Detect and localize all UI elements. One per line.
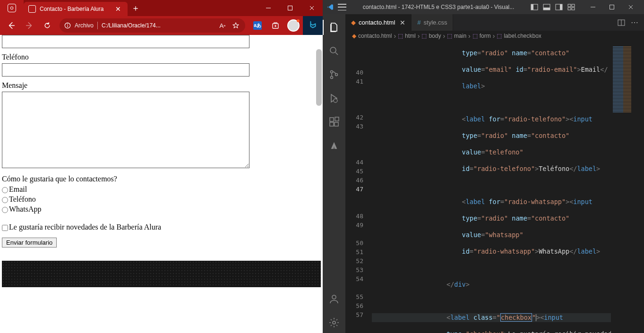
split-editor-icon[interactable] (618, 19, 625, 26)
line-number-gutter: 40 41 42 43 44 45 46 47 (345, 41, 372, 333)
svg-rect-25 (610, 5, 614, 9)
page-body: Teléfono Mensaje Cómo le gustaria que lo… (0, 35, 323, 287)
svg-point-33 (334, 99, 337, 102)
minimize-button[interactable] (258, 0, 279, 16)
tab-style-css[interactable]: # style.css (412, 14, 453, 31)
vsc-maximize-button[interactable] (602, 0, 621, 14)
address-bar[interactable]: Archivo C:/Lliliana/Oracle/174... A» (60, 18, 245, 33)
svg-point-28 (330, 47, 336, 53)
atlassian-icon[interactable] (323, 135, 345, 156)
newsletter-checkbox-line[interactable]: Le gustaría recibir novedades de la Barb… (2, 223, 321, 231)
code-editor[interactable]: type="radio" name="contacto" value="emai… (372, 41, 644, 333)
collections-icon[interactable] (267, 18, 284, 33)
settings-gear-icon[interactable] (323, 312, 345, 333)
tab-title: Contacto - Barbería Alura (40, 6, 110, 12)
mensaje-label: Mensaje (2, 81, 321, 90)
radio-whatsapp[interactable] (2, 207, 8, 213)
svg-point-31 (331, 77, 333, 79)
layout-panel-right-icon[interactable] (555, 4, 563, 10)
radio-option-whatsapp[interactable]: WhatsApp (2, 205, 321, 213)
vsc-minimize-button[interactable] (584, 0, 602, 14)
svg-line-29 (335, 52, 338, 55)
source-control-icon[interactable] (323, 64, 345, 85)
mensaje-textarea[interactable] (2, 92, 249, 168)
crumb[interactable]: label.checkbox (504, 33, 541, 39)
separator (97, 22, 98, 29)
radio-telefono[interactable] (2, 197, 8, 203)
submit-button[interactable]: Enviar formulario (2, 238, 57, 248)
radio-telefono-label: Teléfono (9, 195, 36, 203)
svg-rect-19 (560, 4, 562, 10)
html-file-icon: ◆ (351, 19, 356, 26)
svg-rect-15 (531, 4, 533, 10)
tab-more-icon[interactable]: ⋯ (631, 18, 639, 27)
url-text: C:/Lliliana/Oracle/174... (102, 22, 214, 29)
newsletter-label: Le gustaría recibir novedades de la Barb… (9, 223, 161, 231)
radio-whatsapp-label: WhatsApp (9, 205, 41, 213)
email-field[interactable] (2, 35, 249, 48)
page-footer (2, 261, 321, 287)
close-window-button[interactable] (301, 0, 323, 16)
window-title: contacto.html - 1742-HTML5 e CSS3 parte1… (350, 4, 527, 10)
refresh-button[interactable] (39, 18, 56, 33)
svg-rect-22 (568, 8, 571, 10)
newsletter-checkbox[interactable] (2, 225, 8, 231)
crumb[interactable]: main (454, 33, 466, 39)
tab-contacto-html[interactable]: ◆ contacto.html ✕ (345, 14, 412, 31)
extensions-icon[interactable] (323, 111, 345, 132)
new-tab-button[interactable]: ＋ (128, 0, 144, 16)
bing-copilot-button[interactable] (303, 16, 323, 35)
vscode-logo-icon (326, 3, 334, 11)
app-menu-button[interactable] (338, 4, 346, 10)
favorites-icon[interactable] (231, 21, 240, 30)
svg-rect-35 (330, 122, 334, 126)
svg-rect-23 (572, 8, 575, 10)
scrollbar-thumb[interactable] (316, 49, 322, 106)
crumb[interactable]: contacto.html (358, 33, 392, 39)
edge-workspace-icon[interactable] (8, 4, 16, 12)
crumb[interactable]: body (429, 33, 441, 39)
radio-email[interactable] (2, 187, 8, 193)
run-debug-icon[interactable] (323, 88, 345, 109)
back-button[interactable] (3, 18, 20, 33)
radio-email-label: Email (9, 185, 27, 193)
contact-question: Cómo le gustaria que lo contactemos? (2, 175, 321, 183)
svg-rect-17 (543, 8, 550, 10)
svg-point-38 (332, 295, 336, 299)
svg-rect-21 (572, 4, 575, 7)
maximize-button[interactable] (279, 0, 301, 16)
vsc-close-button[interactable] (621, 0, 640, 14)
svg-point-30 (331, 71, 333, 73)
forward-button[interactable] (21, 18, 38, 33)
radio-option-telefono[interactable]: Teléfono (2, 195, 321, 204)
search-icon[interactable] (323, 41, 345, 61)
svg-rect-34 (330, 118, 334, 121)
browser-tab-active[interactable]: Contacto - Barbería Alura ✕ (24, 2, 128, 16)
svg-point-39 (333, 321, 335, 324)
layout-customize-icon[interactable] (567, 4, 575, 10)
tab-label: contacto.html (359, 19, 395, 26)
translate-icon[interactable]: aあ (249, 18, 266, 33)
url-protocol-label: Archivo (75, 22, 94, 29)
radio-option-email[interactable]: Email (2, 185, 321, 194)
explorer-icon[interactable] (323, 17, 345, 38)
css-file-icon: # (417, 19, 421, 26)
svg-rect-37 (335, 117, 339, 121)
layout-panel-left-icon[interactable] (531, 4, 538, 10)
close-tab-icon[interactable]: ✕ (400, 19, 405, 26)
svg-point-32 (335, 74, 338, 76)
reading-view-icon[interactable]: A» (218, 21, 227, 30)
svg-rect-20 (568, 4, 571, 7)
layout-panel-bottom-icon[interactable] (543, 4, 550, 10)
site-info-icon[interactable] (64, 22, 71, 29)
breadcrumbs[interactable]: ◆ contacto.html › ⬚ html › ⬚ body › ⬚ ma… (345, 31, 644, 41)
profile-avatar[interactable] (285, 18, 302, 33)
minimap[interactable] (611, 41, 644, 333)
crumb[interactable]: form (480, 33, 491, 39)
account-icon[interactable] (323, 289, 345, 309)
telefono-label: Teléfono (2, 53, 321, 61)
page-favicon-icon (28, 5, 36, 13)
telefono-field[interactable] (2, 63, 249, 77)
close-tab-button[interactable]: ✕ (113, 4, 123, 14)
crumb[interactable]: html (405, 33, 416, 39)
